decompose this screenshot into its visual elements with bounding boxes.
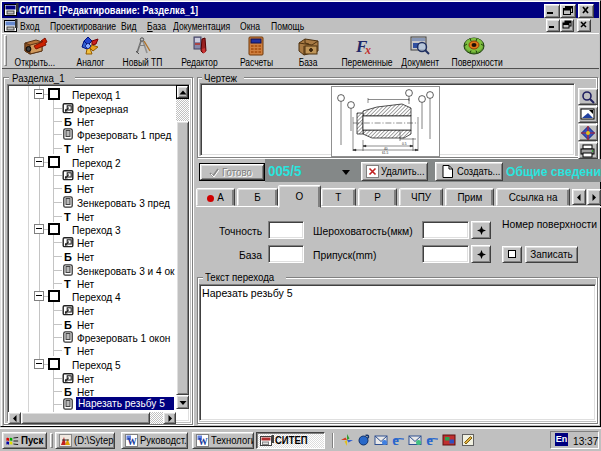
svg-text:W: W <box>198 437 208 447</box>
svg-text:x: x <box>364 43 371 57</box>
svg-text:61.5: 61.5 <box>382 151 388 155</box>
svg-text:W: W <box>127 437 137 447</box>
svg-text:0.5: 0.5 <box>402 142 407 146</box>
